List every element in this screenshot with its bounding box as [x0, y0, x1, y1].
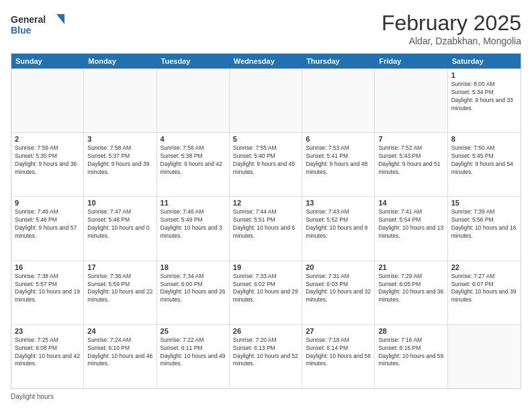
calendar-cell	[302, 69, 375, 132]
day-number: 6	[306, 135, 371, 143]
header: General Blue February 2025 Aldar, Dzabkh…	[11, 11, 521, 46]
day-info: Sunrise: 8:00 AMSunset: 5:34 PMDaylight:…	[451, 81, 517, 113]
day-info: Sunrise: 7:49 AMSunset: 5:46 PMDaylight:…	[15, 208, 80, 240]
day-info: Sunrise: 7:16 AMSunset: 6:16 PMDaylight:…	[378, 336, 443, 369]
day-info: Sunrise: 7:58 AMSunset: 5:37 PMDaylight:…	[87, 144, 152, 177]
svg-text:Blue: Blue	[11, 25, 32, 36]
calendar-cell: 27Sunrise: 7:18 AMSunset: 6:14 PMDayligh…	[302, 325, 375, 388]
calendar-row-4: 23Sunrise: 7:25 AMSunset: 6:08 PMDayligh…	[11, 324, 521, 388]
calendar-cell: 22Sunrise: 7:27 AMSunset: 6:07 PMDayligh…	[448, 261, 521, 324]
calendar-row-3: 16Sunrise: 7:38 AMSunset: 5:57 PMDayligh…	[11, 261, 521, 324]
calendar-cell: 2Sunrise: 7:59 AMSunset: 5:35 PMDaylight…	[11, 133, 84, 196]
calendar-cell: 19Sunrise: 7:33 AMSunset: 6:02 PMDayligh…	[230, 261, 302, 324]
calendar-row-0: 1Sunrise: 8:00 AMSunset: 5:34 PMDaylight…	[11, 68, 521, 132]
day-info: Sunrise: 7:55 AMSunset: 5:40 PMDaylight:…	[233, 144, 298, 177]
calendar-cell	[84, 69, 157, 132]
day-of-week-friday: Friday	[375, 54, 447, 68]
day-number: 28	[378, 327, 443, 335]
day-info: Sunrise: 7:22 AMSunset: 6:11 PMDaylight:…	[161, 336, 226, 369]
day-number: 1	[451, 71, 517, 79]
day-number: 9	[15, 199, 80, 207]
day-number: 26	[233, 327, 298, 335]
day-info: Sunrise: 7:25 AMSunset: 6:08 PMDaylight:…	[15, 336, 80, 369]
calendar-cell: 24Sunrise: 7:24 AMSunset: 6:10 PMDayligh…	[84, 325, 157, 388]
calendar: SundayMondayTuesdayWednesdayThursdayFrid…	[11, 53, 521, 389]
calendar-cell: 14Sunrise: 7:41 AMSunset: 5:54 PMDayligh…	[375, 197, 447, 260]
day-number: 12	[233, 199, 298, 207]
day-number: 19	[233, 263, 298, 271]
calendar-cell: 20Sunrise: 7:31 AMSunset: 6:03 PMDayligh…	[302, 261, 375, 324]
calendar-cell: 28Sunrise: 7:16 AMSunset: 6:16 PMDayligh…	[375, 325, 447, 388]
day-of-week-thursday: Thursday	[302, 54, 375, 68]
day-number: 16	[15, 263, 80, 271]
location: Aldar, Dzabkhan, Mongolia	[382, 36, 521, 46]
day-number: 27	[306, 327, 371, 335]
day-info: Sunrise: 7:39 AMSunset: 5:56 PMDaylight:…	[451, 208, 517, 240]
calendar-cell: 10Sunrise: 7:47 AMSunset: 5:48 PMDayligh…	[84, 197, 157, 260]
day-info: Sunrise: 7:31 AMSunset: 6:03 PMDaylight:…	[306, 273, 371, 305]
calendar-cell: 12Sunrise: 7:44 AMSunset: 5:51 PMDayligh…	[230, 197, 302, 260]
calendar-cell: 25Sunrise: 7:22 AMSunset: 6:11 PMDayligh…	[157, 325, 230, 388]
calendar-cell: 4Sunrise: 7:56 AMSunset: 5:38 PMDaylight…	[157, 133, 230, 196]
day-number: 10	[87, 199, 152, 207]
calendar-row-2: 9Sunrise: 7:49 AMSunset: 5:46 PMDaylight…	[11, 196, 521, 260]
calendar-cell: 5Sunrise: 7:55 AMSunset: 5:40 PMDaylight…	[230, 133, 302, 196]
month-title: February 2025	[382, 11, 521, 36]
calendar-cell	[11, 69, 84, 132]
calendar-cell: 17Sunrise: 7:36 AMSunset: 5:59 PMDayligh…	[84, 261, 157, 324]
calendar-cell: 13Sunrise: 7:43 AMSunset: 5:52 PMDayligh…	[302, 197, 375, 260]
day-number: 18	[161, 263, 226, 271]
day-info: Sunrise: 7:29 AMSunset: 6:05 PMDaylight:…	[378, 273, 443, 305]
day-info: Sunrise: 7:43 AMSunset: 5:52 PMDaylight:…	[306, 208, 371, 240]
calendar-row-1: 2Sunrise: 7:59 AMSunset: 5:35 PMDaylight…	[11, 132, 521, 196]
calendar-cell: 1Sunrise: 8:00 AMSunset: 5:34 PMDaylight…	[448, 69, 521, 132]
day-number: 17	[87, 263, 152, 271]
day-info: Sunrise: 7:44 AMSunset: 5:51 PMDaylight:…	[233, 208, 298, 240]
calendar-cell: 3Sunrise: 7:58 AMSunset: 5:37 PMDaylight…	[84, 133, 157, 196]
calendar-cell: 9Sunrise: 7:49 AMSunset: 5:46 PMDaylight…	[11, 197, 84, 260]
calendar-cell: 26Sunrise: 7:20 AMSunset: 6:13 PMDayligh…	[230, 325, 302, 388]
calendar-body: 1Sunrise: 8:00 AMSunset: 5:34 PMDaylight…	[11, 68, 521, 388]
calendar-cell: 8Sunrise: 7:50 AMSunset: 5:45 PMDaylight…	[448, 133, 521, 196]
day-number: 13	[306, 199, 371, 207]
logo: General Blue	[11, 11, 64, 40]
calendar-cell: 7Sunrise: 7:52 AMSunset: 5:43 PMDaylight…	[375, 133, 447, 196]
day-number: 7	[378, 135, 443, 143]
calendar-cell: 23Sunrise: 7:25 AMSunset: 6:08 PMDayligh…	[11, 325, 84, 388]
day-number: 21	[378, 263, 443, 271]
day-number: 3	[87, 135, 152, 143]
day-info: Sunrise: 7:53 AMSunset: 5:41 PMDaylight:…	[306, 144, 371, 177]
calendar-cell	[448, 325, 521, 388]
calendar-cell: 15Sunrise: 7:39 AMSunset: 5:56 PMDayligh…	[448, 197, 521, 260]
day-info: Sunrise: 7:24 AMSunset: 6:10 PMDaylight:…	[87, 336, 152, 369]
day-info: Sunrise: 7:52 AMSunset: 5:43 PMDaylight:…	[378, 144, 443, 177]
day-number: 4	[161, 135, 226, 143]
day-number: 23	[15, 327, 80, 335]
day-info: Sunrise: 7:56 AMSunset: 5:38 PMDaylight:…	[161, 144, 226, 177]
day-number: 14	[378, 199, 443, 207]
day-number: 22	[451, 263, 517, 271]
day-info: Sunrise: 7:59 AMSunset: 5:35 PMDaylight:…	[15, 144, 80, 177]
day-info: Sunrise: 7:18 AMSunset: 6:14 PMDaylight:…	[306, 336, 371, 369]
day-info: Sunrise: 7:50 AMSunset: 5:45 PMDaylight:…	[451, 144, 517, 177]
logo-text: General Blue	[11, 11, 64, 40]
day-number: 8	[451, 135, 517, 143]
day-of-week-monday: Monday	[84, 54, 157, 68]
day-number: 5	[233, 135, 298, 143]
day-number: 11	[161, 199, 226, 207]
day-number: 15	[451, 199, 517, 207]
day-number: 24	[87, 327, 152, 335]
day-of-week-saturday: Saturday	[448, 54, 521, 68]
day-number: 20	[306, 263, 371, 271]
title-block: February 2025 Aldar, Dzabkhan, Mongolia	[382, 11, 521, 46]
day-of-week-tuesday: Tuesday	[157, 54, 230, 68]
calendar-cell	[157, 69, 230, 132]
day-info: Sunrise: 7:34 AMSunset: 6:00 PMDaylight:…	[161, 273, 226, 305]
day-info: Sunrise: 7:47 AMSunset: 5:48 PMDaylight:…	[87, 208, 152, 240]
day-of-week-wednesday: Wednesday	[230, 54, 302, 68]
calendar-header: SundayMondayTuesdayWednesdayThursdayFrid…	[11, 54, 521, 68]
day-info: Sunrise: 7:36 AMSunset: 5:59 PMDaylight:…	[87, 273, 152, 305]
calendar-cell: 16Sunrise: 7:38 AMSunset: 5:57 PMDayligh…	[11, 261, 84, 324]
day-number: 25	[161, 327, 226, 335]
svg-text:General: General	[11, 14, 46, 25]
